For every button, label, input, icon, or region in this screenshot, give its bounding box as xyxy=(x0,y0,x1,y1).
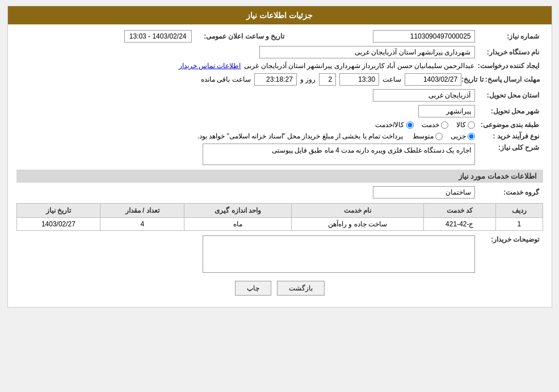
creator-value: عبدالرحمن سلیمانیان حسن آباد کاربرداز شه… xyxy=(244,62,474,70)
creator-label: ایجاد کننده درخواست: xyxy=(475,62,543,70)
contact-link[interactable]: اطلاعات تماس خریدار xyxy=(179,62,241,70)
print-button[interactable]: چاپ xyxy=(235,281,271,296)
category-kala-item: کالا xyxy=(456,121,475,129)
deadline-date-input[interactable] xyxy=(405,73,461,86)
buyer-org-value-cell xyxy=(16,46,475,58)
category-khedmat-radio[interactable] xyxy=(441,121,448,129)
content-area: شماره نیاز: تاریخ و ساعت اعلان عمومی: 14… xyxy=(8,24,552,307)
service-group-value-cell xyxy=(16,186,475,199)
purchase-type-motavaset-label: متوسط xyxy=(413,132,434,140)
cell-code-0: ج-42-421 xyxy=(423,218,495,231)
col-row: ردیف xyxy=(496,204,543,218)
buyer-desc-textarea[interactable] xyxy=(203,235,475,273)
purchase-type-jozii-item: جزیی xyxy=(451,132,475,140)
cell-date-0: 1403/02/27 xyxy=(16,218,100,231)
deadline-row: مهلت ارسال پاسخ: تا تاریخ: ساعت روز و سا… xyxy=(16,73,543,86)
cell-row-0: 1 xyxy=(496,218,543,231)
need-desc-value-cell: اجاره یک دستگاه غلطک فلزی ویبره دارنه مد… xyxy=(16,144,475,165)
buyer-org-row: نام دستگاه خریدار: xyxy=(16,46,543,58)
col-unit: واحد اندازه گیری xyxy=(184,204,292,218)
deadline-time-input[interactable] xyxy=(339,73,379,86)
button-row: بازگشت چاپ xyxy=(16,281,543,296)
purchase-type-motavaset-radio[interactable] xyxy=(435,133,443,140)
service-group-row: گروه خدمت: xyxy=(16,186,543,199)
province-value-cell xyxy=(16,89,475,102)
deadline-time-label: ساعت xyxy=(383,75,401,83)
city-label: شهر محل تحویل: xyxy=(475,107,543,115)
category-kala-khedmat-radio[interactable] xyxy=(406,121,414,129)
category-kala-label: کالا xyxy=(456,121,466,129)
col-code: کد خدمت xyxy=(423,204,495,218)
announcement-value-cell: 1403/02/24 - 13:03 xyxy=(16,30,192,43)
need-desc-row: شرح کلی نیاز: اجاره یک دستگاه غلطک فلزی … xyxy=(16,144,543,165)
province-row: استان محل تحویل: xyxy=(16,89,543,102)
province-label: استان محل تحویل: xyxy=(475,91,543,99)
category-label: طبقه بندی موضوعی: xyxy=(475,121,543,129)
province-input[interactable] xyxy=(373,89,475,102)
table-row: 1ج-42-421ساخت جاده و راه‌آهنماه41403/02/… xyxy=(16,218,543,231)
purchase-type-jozii-radio[interactable] xyxy=(468,133,475,140)
buyer-desc-row: توضیحات خریدار: xyxy=(16,235,543,273)
back-button[interactable]: بازگشت xyxy=(277,281,325,296)
need-desc-textarea[interactable]: اجاره یک دستگاه غلطک فلزی ویبره دارنه مد… xyxy=(203,144,475,165)
purchase-type-value-cell: جزیی متوسط پرداخت تمام یا بخشی از مبلغ خ… xyxy=(16,132,475,140)
creator-value-cell: عبدالرحمن سلیمانیان حسن آباد کاربرداز شه… xyxy=(16,62,475,70)
category-kala-khedmat-item: کالا/خدمت xyxy=(375,121,413,129)
need-number-value-cell xyxy=(300,30,475,43)
deadline-value-cell: ساعت روز و ساعت باقی مانده xyxy=(16,73,462,86)
purchase-type-desc: پرداخت تمام یا بخشی از مبلغ خریداز محل "… xyxy=(197,132,404,140)
category-khedmat-label: خدمت xyxy=(422,121,439,129)
city-input[interactable] xyxy=(418,105,475,117)
table-header-row: ردیف کد خدمت نام خدمت واحد اندازه گیری ت… xyxy=(16,204,543,218)
services-table: ردیف کد خدمت نام خدمت واحد اندازه گیری ت… xyxy=(16,203,543,231)
purchase-type-radio-group: جزیی متوسط xyxy=(413,132,475,140)
category-radio-group: کالا خدمت کالا/خدمت xyxy=(375,121,474,129)
need-desc-label: شرح کلی نیاز: xyxy=(475,144,543,151)
category-kala-khedmat-label: کالا/خدمت xyxy=(375,121,404,129)
main-container: جزئیات اطلاعات نیاز شماره نیاز: تاریخ و … xyxy=(7,6,552,307)
purchase-type-jozii-label: جزیی xyxy=(451,132,466,140)
deadline-remaining-label: ساعت باقی مانده xyxy=(201,75,251,83)
need-number-label: شماره نیاز: xyxy=(475,32,543,40)
purchase-type-label: نوع فرآیند خرید : xyxy=(475,132,543,140)
cell-quantity-0: 4 xyxy=(100,218,184,231)
deadline-days-input[interactable] xyxy=(319,73,336,86)
cell-unit-0: ماه xyxy=(184,218,292,231)
purchase-type-motavaset-item: متوسط xyxy=(413,132,443,140)
buyer-org-input[interactable] xyxy=(259,46,475,58)
col-name: نام خدمت xyxy=(292,204,423,218)
service-group-input[interactable] xyxy=(373,186,475,199)
buyer-org-label: نام دستگاه خریدار: xyxy=(475,48,543,56)
city-row: شهر محل تحویل: xyxy=(16,105,543,117)
category-row: طبقه بندی موضوعی: کالا خدمت کالا/خدمت xyxy=(16,121,543,129)
category-kala-radio[interactable] xyxy=(468,121,475,129)
cell-name-0: ساخت جاده و راه‌آهن xyxy=(292,218,423,231)
city-value-cell xyxy=(16,105,475,117)
page-title: جزئیات اطلاعات نیاز xyxy=(8,6,552,24)
deadline-label: مهلت ارسال پاسخ: تا تاریخ: xyxy=(461,75,543,83)
service-group-label: گروه خدمت: xyxy=(475,188,543,196)
purchase-type-row: نوع فرآیند خرید : جزیی متوسط پرداخت تمام… xyxy=(16,132,543,140)
col-date: تاریخ نیاز xyxy=(16,204,100,218)
need-number-row: شماره نیاز: تاریخ و ساعت اعلان عمومی: 14… xyxy=(16,30,543,43)
creator-row: ایجاد کننده درخواست: عبدالرحمن سلیمانیان… xyxy=(16,62,543,70)
category-khedmat-item: خدمت xyxy=(422,121,448,129)
need-number-input[interactable] xyxy=(373,30,475,43)
announcement-value: 1403/02/24 - 13:03 xyxy=(124,30,192,43)
services-section-title: اطلاعات خدمات مورد نیاز xyxy=(16,170,543,183)
col-qty: تعداد / مقدار xyxy=(100,204,184,218)
deadline-days-label: روز و xyxy=(300,75,316,83)
category-value-cell: کالا خدمت کالا/خدمت xyxy=(16,121,475,129)
deadline-remaining-input[interactable] xyxy=(254,73,297,86)
buyer-desc-value-cell xyxy=(16,235,475,273)
announcement-label: تاریخ و ساعت اعلان عمومی: xyxy=(192,32,288,40)
buyer-desc-label: توضیحات خریدار: xyxy=(475,235,543,243)
